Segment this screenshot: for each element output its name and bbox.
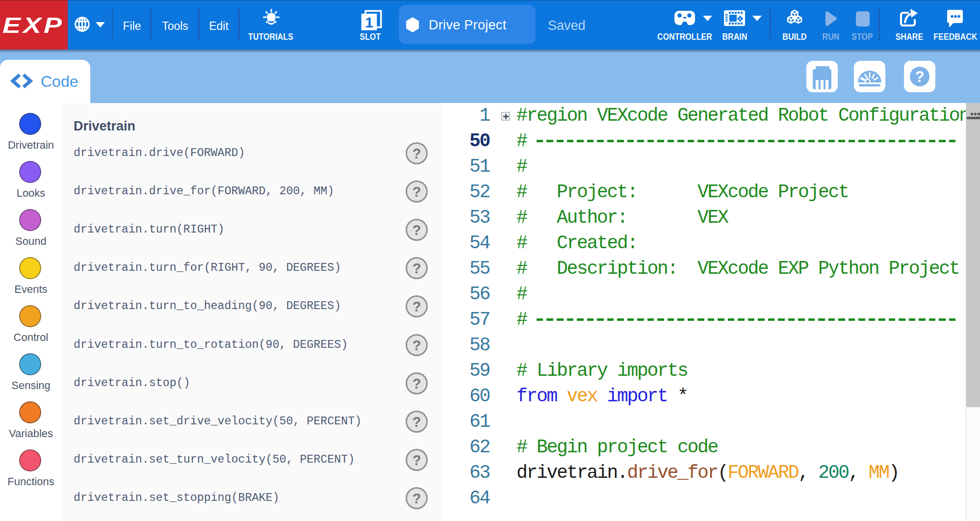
svg-text:?: ? — [915, 68, 925, 85]
svg-text:1: 1 — [365, 14, 373, 30]
